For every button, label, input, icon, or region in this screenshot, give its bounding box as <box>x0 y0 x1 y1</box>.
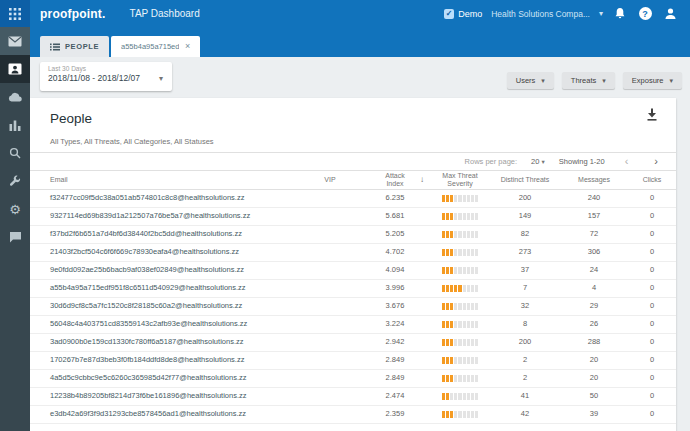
vip-cell <box>300 334 360 351</box>
messages-cell: 240 <box>560 190 628 207</box>
column-header-max-threat-severity[interactable]: Max Threat Severity <box>430 171 490 189</box>
table-row[interactable]: e3db42a69f3f9d31293cbe8578456ad1@healths… <box>30 406 676 424</box>
table-row[interactable]: 4a5d5c9cbbc9e5c6260c365985d42f77@healths… <box>30 370 676 388</box>
vip-cell <box>300 226 360 243</box>
table-row[interactable]: 21403f2bcf504c6f6f669c78930eafa4@healths… <box>30 244 676 262</box>
tab-close-icon[interactable]: × <box>185 42 190 51</box>
sidebar-item-people[interactable] <box>0 55 30 83</box>
messages-cell: 20 <box>560 352 628 369</box>
email-cell[interactable]: 21403f2bcf504c6f6f669c78930eafa4@healths… <box>30 244 300 261</box>
apps-grid-button[interactable] <box>0 0 30 27</box>
filter-buttons: Users ▾ Threats ▾ Exposure ▾ <box>507 72 682 89</box>
email-cell[interactable]: f37bd2f6b651a7d4bf6d38440f2bc5dd@healths… <box>30 226 300 243</box>
severity-cell <box>430 352 490 369</box>
demo-label: Demo <box>458 9 482 19</box>
messages-cell: 26 <box>560 316 628 333</box>
sort-desc-icon[interactable]: ↓ <box>420 176 424 185</box>
messages-cell: 306 <box>560 244 628 261</box>
next-page-button[interactable]: › <box>648 156 664 167</box>
clicks-cell: 0 <box>628 406 676 423</box>
account-selector[interactable]: Health Solutions Compa... <box>491 9 590 19</box>
sidebar-item-feedback[interactable] <box>0 223 30 251</box>
date-caret-icon: ▾ <box>159 74 163 83</box>
date-range-selector[interactable]: Last 30 Days 2018/11/08 - 2018/12/07 ▾ <box>40 62 172 91</box>
table-row[interactable]: 9e0fdd092ae25b6bacb9af038ef02849@healths… <box>30 262 676 280</box>
demo-checkbox[interactable]: ✓ <box>444 9 454 19</box>
clicks-cell: 0 <box>628 334 676 351</box>
messages-cell: 39 <box>560 406 628 423</box>
column-header-clicks[interactable]: Clicks <box>628 171 676 189</box>
severity-bar <box>442 321 478 328</box>
table-row[interactable]: 30d6d9cf8c5a7fc1520c8f28185c60a2@healths… <box>30 298 676 316</box>
tab-people-label: PEOPLE <box>65 42 99 51</box>
column-header-vip[interactable]: VIP <box>300 171 360 189</box>
vip-cell <box>300 190 360 207</box>
distinct-threats-cell: 37 <box>490 262 560 279</box>
table-row[interactable]: 170267b7e87d3beb3f0fb184ddfd8de8@healths… <box>30 352 676 370</box>
download-button[interactable] <box>646 108 658 121</box>
vip-cell <box>300 370 360 387</box>
email-cell[interactable]: 30d6d9cf8c5a7fc1520c8f28185c60a2@healths… <box>30 298 300 315</box>
column-header-email[interactable]: Email <box>30 171 300 189</box>
clicks-cell: 0 <box>628 226 676 243</box>
user-menu-button[interactable] <box>662 6 678 22</box>
table-row[interactable]: 56048c4a403751cd83559143c2afb93e@healths… <box>30 316 676 334</box>
severity-bar <box>442 393 478 400</box>
users-dropdown-button[interactable]: Users ▾ <box>507 72 554 89</box>
sidebar-item-settings[interactable]: ⚙ <box>0 195 30 223</box>
tab-strip: PEOPLE a55b4a95a715ed... × <box>30 27 690 57</box>
demo-toggle[interactable]: ✓ Demo <box>444 9 482 19</box>
email-cell[interactable]: 9327114ed69b839d1a212507a76be5a7@healths… <box>30 208 300 225</box>
attack-index-cell: 2.359 <box>360 406 430 423</box>
sidebar-item-reports[interactable] <box>0 111 30 139</box>
clicks-cell: 0 <box>628 208 676 225</box>
email-cell[interactable]: 4a5d5c9cbbc9e5c6260c365985d42f77@healths… <box>30 370 300 387</box>
account-caret-icon[interactable]: ▾ <box>599 9 603 18</box>
prev-page-button[interactable]: ‹ <box>619 156 635 167</box>
exposure-label: Exposure <box>632 76 664 85</box>
email-cell[interactable]: 12238b4b89205bf8214d73f6be161896@healths… <box>30 388 300 405</box>
apps-grid-icon <box>9 8 21 20</box>
table-row[interactable]: 3ad0900b0e159cd1330fc780ff6a5187@healths… <box>30 334 676 352</box>
column-header-attack-index[interactable]: Attack Index ↓ <box>360 171 430 189</box>
notifications-button[interactable] <box>612 6 628 22</box>
tab-person-detail[interactable]: a55b4a95a715ed... × <box>111 36 200 57</box>
sidebar-item-search[interactable] <box>0 139 30 167</box>
severity-bar <box>442 285 478 292</box>
column-header-messages[interactable]: Messages <box>560 171 628 189</box>
rows-per-page-select[interactable]: 20 ▾ <box>531 157 545 166</box>
email-cell[interactable]: 56048c4a403751cd83559143c2afb93e@healths… <box>30 316 300 333</box>
gear-icon: ⚙ <box>9 203 21 216</box>
sidebar-item-tools[interactable] <box>0 167 30 195</box>
email-cell[interactable]: 170267b7e87d3beb3f0fb184ddfd8de8@healths… <box>30 352 300 369</box>
help-button[interactable]: ? <box>637 6 653 22</box>
email-cell[interactable]: a55b4a95a715edf951f8c6511d540929@healths… <box>30 280 300 297</box>
tab-people[interactable]: PEOPLE <box>40 36 109 57</box>
table-row[interactable]: f32477cc09f5dc38a051ab574801c8c8@healths… <box>30 190 676 208</box>
severity-cell <box>430 388 490 405</box>
email-cell[interactable]: 9e0fdd092ae25b6bacb9af038ef02849@healths… <box>30 262 300 279</box>
attack-index-cell: 4.094 <box>360 262 430 279</box>
contact-card-icon <box>8 63 22 75</box>
exposure-dropdown-button[interactable]: Exposure ▾ <box>623 72 682 89</box>
email-cell[interactable]: f32477cc09f5dc38a051ab574801c8c8@healths… <box>30 190 300 207</box>
email-cell[interactable]: 3ad0900b0e159cd1330fc780ff6a5187@healths… <box>30 334 300 351</box>
severity-bar <box>442 303 478 310</box>
vip-cell <box>300 316 360 333</box>
threats-dropdown-button[interactable]: Threats ▾ <box>562 72 615 89</box>
table-row[interactable]: 9327114ed69b839d1a212507a76be5a7@healths… <box>30 208 676 226</box>
column-header-distinct-threats[interactable]: Distinct Threats <box>490 171 560 189</box>
table-row[interactable]: f37bd2f6b651a7d4bf6d38440f2bc5dd@healths… <box>30 226 676 244</box>
severity-cell <box>430 226 490 243</box>
attack-index-cell: 3.676 <box>360 298 430 315</box>
table-row[interactable]: a55b4a95a715edf951f8c6511d540929@healths… <box>30 280 676 298</box>
table-row[interactable]: 12238b4b89205bf8214d73f6be161896@healths… <box>30 388 676 406</box>
sidebar-item-cloud[interactable] <box>0 83 30 111</box>
list-icon <box>50 43 60 51</box>
email-cell[interactable]: e3db42a69f3f9d31293cbe8578456ad1@healths… <box>30 406 300 423</box>
severity-bar <box>442 339 478 346</box>
people-card: People All Types, All Threats, All Categ… <box>30 98 676 431</box>
severity-cell <box>430 370 490 387</box>
sidebar-item-mail[interactable] <box>0 27 30 55</box>
max-threat-severity-label: Max Threat Severity <box>442 172 477 187</box>
